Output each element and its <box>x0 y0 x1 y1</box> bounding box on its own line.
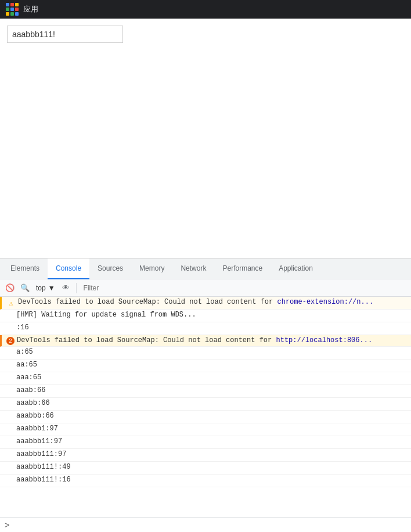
browser-content <box>0 19 411 258</box>
log-entry-aaabbb66: aaabbb:66 <box>0 411 411 423</box>
tab-performance-label: Performance <box>222 264 262 272</box>
log-entry-aaa65: aaa:65 <box>0 372 411 385</box>
tab-application-label: Application <box>279 264 313 272</box>
app-label: 应用 <box>23 4 38 15</box>
filter-toggle-button[interactable]: 🔍 <box>19 282 31 294</box>
log-text-aaabbb111-16: aaabbb111!:16 <box>16 476 406 484</box>
log-entry-aaabbb111-16: aaabbb111!:16 <box>0 475 411 487</box>
context-value: top <box>36 284 46 292</box>
tab-network-label: Network <box>181 264 206 272</box>
log-text-16: :16 <box>16 323 406 332</box>
log-entry-a65: a:65 <box>0 347 411 360</box>
log-entry-aaabbb1197: aaabbb11:97 <box>0 436 411 449</box>
tab-console-label: Console <box>56 264 81 272</box>
tab-performance[interactable]: Performance <box>214 258 271 279</box>
log-text-hmr: [HMR] Waiting for update signal from WDS… <box>16 311 406 319</box>
tab-elements-label: Elements <box>10 264 39 272</box>
blank-icon-2 <box>5 324 14 333</box>
tab-memory-label: Memory <box>139 264 164 272</box>
log-entry-warning1: ⚠ DevTools failed to load SourceMap: Cou… <box>0 297 411 310</box>
log-entry-aaabb66: aaabb:66 <box>0 398 411 411</box>
tab-elements[interactable]: Elements <box>2 258 48 279</box>
devtools-toolbar: 🚫 🔍 top ▼ 👁 <box>0 279 411 297</box>
log-text-warning2: DevTools failed to load SourceMap: Could… <box>17 336 406 344</box>
log-link-1[interactable]: chrome-extension://n... <box>277 298 373 306</box>
log-entry-aa65: aa:65 <box>0 360 411 372</box>
context-dropdown-icon: ▼ <box>48 284 55 292</box>
tab-network[interactable]: Network <box>172 258 214 279</box>
log-entry-hmr: [HMR] Waiting for update signal from WDS… <box>0 310 411 322</box>
apps-icon[interactable] <box>6 3 19 16</box>
devtools-tabs: Elements Console Sources Memory Network … <box>0 258 411 279</box>
log-text-aaab66: aaab:66 <box>16 386 406 394</box>
log-entry-aaabbb197: aaabbb1:97 <box>0 423 411 436</box>
log-text-aaabbb197: aaabbb1:97 <box>16 425 406 433</box>
warning-icon-1: ⚠ <box>6 299 16 308</box>
log-entry-aaabbb111-49: aaabbb111!:49 <box>0 462 411 475</box>
filter-input[interactable] <box>80 283 408 293</box>
divider <box>76 283 77 293</box>
log-text-aaabbb1197: aaabbb11:97 <box>16 437 406 445</box>
log-text-aaabbb66: aaabbb:66 <box>16 412 406 420</box>
log-link-2[interactable]: http://localhost:806... <box>276 336 372 344</box>
log-entry-aaab66: aaab:66 <box>0 385 411 398</box>
prompt-icon: > <box>5 520 9 530</box>
log-entry-warning2: 2 DevTools failed to load SourceMap: Cou… <box>0 335 411 347</box>
log-text-aaabbb11197: aaabbb111:97 <box>16 450 406 458</box>
log-text-aaabbb111-49: aaabbb111!:49 <box>16 463 406 471</box>
log-text-warning1: DevTools failed to load SourceMap: Could… <box>18 298 406 306</box>
blank-icon-1 <box>5 311 14 321</box>
clear-console-button[interactable]: 🚫 <box>3 282 16 294</box>
top-bar: 应用 <box>0 0 411 19</box>
log-text-a65: a:65 <box>16 348 406 356</box>
console-prompt: > <box>0 517 411 532</box>
console-log: ⚠ DevTools failed to load SourceMap: Cou… <box>0 297 411 517</box>
log-text-aaa65: aaa:65 <box>16 373 406 382</box>
main-input[interactable] <box>7 26 123 43</box>
tab-memory[interactable]: Memory <box>131 258 172 279</box>
warning-icon-2: 2 <box>6 337 15 345</box>
tab-sources[interactable]: Sources <box>89 258 131 279</box>
log-entry-aaabbb11197: aaabbb111:97 <box>0 449 411 462</box>
tab-sources-label: Sources <box>98 264 123 272</box>
context-selector[interactable]: top ▼ <box>34 283 57 293</box>
devtools-panel: Elements Console Sources Memory Network … <box>0 258 411 532</box>
log-text-aa65: aa:65 <box>16 361 406 369</box>
eye-button[interactable]: 👁 <box>60 282 73 294</box>
log-entry-16: :16 <box>0 322 411 335</box>
tab-console[interactable]: Console <box>48 258 89 279</box>
log-text-aaabb66: aaabb:66 <box>16 399 406 407</box>
tab-application[interactable]: Application <box>271 258 321 279</box>
